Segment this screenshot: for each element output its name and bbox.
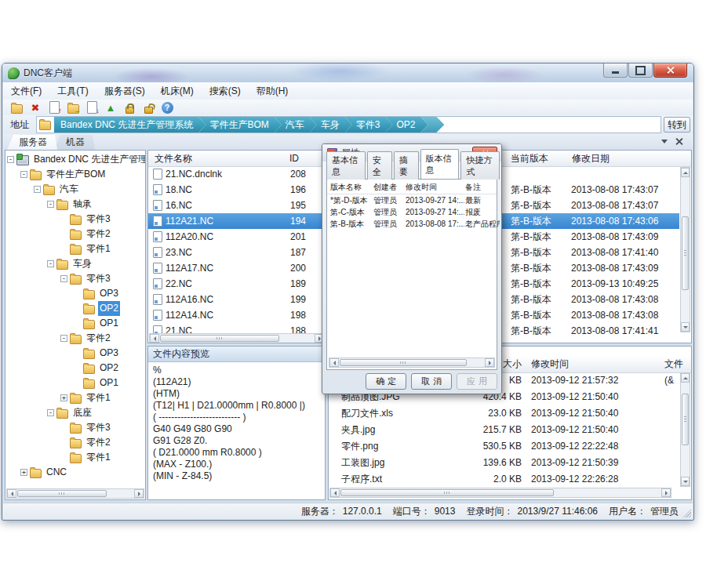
expander-icon[interactable]: + (20, 469, 27, 476)
folder-icon[interactable] (8, 100, 25, 114)
lock-icon[interactable] (121, 100, 138, 114)
dialog-tab[interactable]: 摘要 (394, 151, 419, 180)
expander-icon[interactable]: + (60, 394, 67, 401)
tree-horizontal-scrollbar[interactable] (6, 488, 144, 499)
menu-item[interactable]: 帮助(H) (249, 82, 297, 100)
menu-item[interactable]: 搜索(S) (202, 82, 249, 100)
tree-item[interactable]: OP3 (5, 286, 145, 301)
scroll-up-icon[interactable] (681, 168, 690, 177)
column-header-creator[interactable]: 创建者 (373, 181, 405, 193)
column-header-version-name[interactable]: 版本名称 (330, 181, 372, 193)
tree-item[interactable]: + 零件1 (5, 390, 145, 405)
expander-icon[interactable]: - (7, 156, 14, 163)
view-tab[interactable]: 服务器 (7, 135, 57, 150)
tree-item[interactable]: OP2 (5, 301, 145, 316)
scrollbar-thumb[interactable] (340, 359, 467, 366)
attachments-vertical-scrollbar[interactable] (680, 372, 690, 487)
attachment-row[interactable]: 零件.png 530.5 KB 2013-09-12 22:22:48 (329, 438, 682, 455)
dialog-tab[interactable]: 安全 (367, 151, 392, 180)
tree-item[interactable]: - 轴承 (5, 197, 145, 212)
expander-icon[interactable]: - (47, 201, 54, 208)
expander-icon[interactable]: - (47, 260, 54, 267)
breadcrumb-segment[interactable]: 零件3 (345, 117, 393, 132)
tree-item[interactable]: 零件2 (5, 227, 145, 241)
breadcrumb-segment[interactable]: 零件生产BOM (198, 117, 281, 132)
expander-icon[interactable]: - (47, 409, 54, 416)
menu-item[interactable]: 机床(M) (153, 82, 202, 100)
expander-icon[interactable]: - (34, 186, 41, 193)
tree-item[interactable]: - 汽车 (5, 182, 145, 197)
ok-button[interactable]: 确定 (366, 373, 406, 390)
version-row[interactable]: 第-B-版本 管理员 2013-08-08 17:... 老产品程序 (327, 218, 497, 230)
column-header-time[interactable]: 修改时间 (531, 356, 569, 372)
scroll-up-icon[interactable] (681, 373, 690, 383)
scroll-right-icon[interactable] (134, 489, 144, 498)
column-header-note[interactable]: 备注 (465, 181, 500, 193)
column-header-date[interactable]: 修改日期 (572, 151, 610, 166)
tree-item[interactable]: 零件1 (5, 450, 145, 465)
tree-item[interactable]: OP1 (5, 316, 145, 331)
scroll-down-icon[interactable] (681, 322, 690, 332)
attachment-row[interactable]: 夹具.jpg 215.7 KB 2013-09-12 21:50:40 (329, 422, 682, 438)
attachment-row[interactable]: 配刀文件.xls 23.0 KB 2013-09-12 21:50:40 (329, 405, 682, 422)
download-file-icon[interactable]: ↓ (83, 100, 100, 114)
save-folder-icon[interactable]: → (64, 100, 82, 114)
expander-icon[interactable]: - (60, 335, 67, 342)
address-box[interactable]: Bandex DNC 先进生产管理系统零件生产BOM汽车车身零件3OP2 (36, 116, 661, 133)
menu-item[interactable]: 文件(F) (3, 82, 49, 100)
scrollbar-thumb[interactable] (682, 216, 689, 290)
scroll-left-icon[interactable] (330, 488, 340, 497)
help-icon[interactable]: ? (158, 100, 176, 114)
column-header-id[interactable]: ID (289, 151, 299, 166)
window-titlebar[interactable]: DNC客户端 (2, 64, 693, 82)
scroll-left-icon[interactable] (329, 358, 339, 367)
scrollbar-thumb[interactable] (160, 335, 279, 342)
attachments-horizontal-scrollbar[interactable] (329, 488, 671, 498)
dialog-tab[interactable]: 版本信息 (420, 149, 460, 179)
expander-icon[interactable]: - (60, 275, 67, 282)
column-header-name[interactable]: 文件名称 (155, 151, 192, 166)
tree-item[interactable]: - 零件2 (5, 331, 145, 346)
tree-item[interactable]: OP3 (5, 346, 145, 361)
scroll-left-icon[interactable] (150, 334, 159, 343)
scroll-left-icon[interactable] (7, 489, 16, 498)
dialog-tab[interactable]: 基本信息 (326, 151, 366, 180)
scroll-down-icon[interactable] (681, 477, 690, 486)
dialog-tab[interactable]: 快捷方式 (460, 151, 500, 180)
menu-item[interactable]: 工具(T) (49, 82, 96, 100)
scroll-right-icon[interactable] (485, 358, 494, 367)
tree-item[interactable]: OP1 (5, 376, 145, 390)
column-header-modified[interactable]: 修改时间 (406, 181, 464, 193)
tree-item[interactable]: - 底座 (5, 405, 145, 420)
unlock-icon[interactable] (140, 100, 157, 114)
delete-icon[interactable]: ✖ (27, 100, 44, 114)
scrollbar-thumb[interactable] (17, 490, 107, 497)
tree-item[interactable]: OP2 (5, 361, 145, 376)
version-row[interactable]: *第-D-版本 管理员 2013-09-27 14:... 最新 (327, 194, 497, 206)
close-button[interactable] (653, 64, 687, 78)
tree-item[interactable]: - 零件生产BOM (5, 167, 145, 182)
attachment-row[interactable]: 子程序.txt 2.0 KB 2013-09-12 22:26:28 (329, 471, 682, 488)
file-list-vertical-scrollbar[interactable] (680, 167, 690, 332)
scrollbar-thumb[interactable] (340, 489, 554, 496)
tree-item[interactable]: 零件3 (5, 420, 145, 435)
minimize-button[interactable] (603, 64, 628, 78)
resize-grip[interactable] (681, 507, 691, 517)
version-row[interactable]: 第-C-版本 管理员 2013-09-27 14:... 报废 (327, 206, 497, 218)
dialog-horizontal-scrollbar[interactable] (329, 358, 495, 368)
scrollbar-thumb[interactable] (682, 394, 689, 445)
cancel-button[interactable]: 取消 (411, 373, 452, 390)
tree-item[interactable]: 零件1 (5, 241, 145, 256)
close-pane-icon[interactable] (675, 137, 683, 146)
tree-item[interactable]: - 零件3 (5, 271, 145, 286)
file-list-horizontal-scrollbar[interactable] (149, 333, 325, 343)
attachment-row[interactable]: 工装图.jpg 139.6 KB 2013-09-12 21:50:39 (329, 455, 682, 471)
menu-item[interactable]: 服务器(S) (96, 82, 153, 100)
tree-item[interactable]: 零件2 (5, 435, 145, 450)
column-header-version[interactable]: 当前版本 (511, 151, 548, 166)
tree-item[interactable]: - Bandex DNC 先进生产管理系 (5, 152, 145, 167)
go-button[interactable]: 转到 (664, 117, 690, 132)
chevron-down-icon[interactable] (661, 140, 668, 147)
tree-item[interactable]: + CNC (5, 465, 145, 480)
expander-icon[interactable]: - (20, 171, 27, 178)
